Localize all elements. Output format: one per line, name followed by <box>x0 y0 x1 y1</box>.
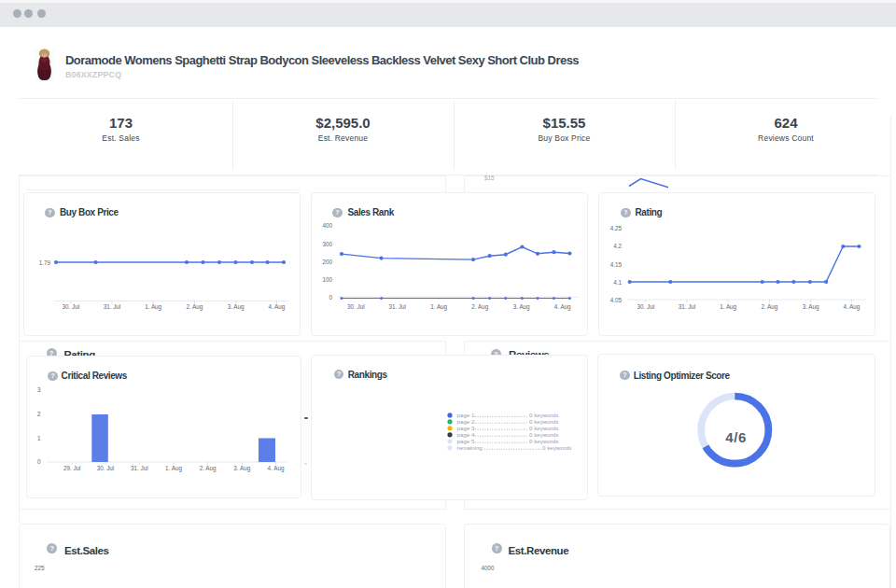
svg-text:4. Aug: 4. Aug <box>268 465 285 472</box>
svg-text:remaining: remaining <box>457 444 483 451</box>
svg-text:2. Aug: 2. Aug <box>186 303 203 311</box>
svg-text:30. Jul: 30. Jul <box>347 303 365 310</box>
svg-text:2. Aug: 2. Aug <box>471 303 488 311</box>
svg-text:3. Aug: 3. Aug <box>233 465 250 472</box>
svg-text:page 2: page 2 <box>457 418 475 425</box>
svg-text:3. Aug: 3. Aug <box>803 303 819 311</box>
svg-text:4.1: 4.1 <box>613 279 622 286</box>
svg-text:0 keywords: 0 keywords <box>529 418 558 425</box>
svg-text:1.79: 1.79 <box>39 259 51 266</box>
svg-text:29. Jul: 29. Jul <box>63 465 81 471</box>
svg-text:page 4: page 4 <box>457 431 475 438</box>
svg-text:30. Jul: 30. Jul <box>97 465 115 471</box>
svg-text:200: 200 <box>322 259 332 265</box>
svg-text:2. Aug: 2. Aug <box>200 465 217 472</box>
svg-text:100: 100 <box>322 276 332 283</box>
svg-text:0: 0 <box>37 458 41 465</box>
svg-text:300: 300 <box>322 241 332 247</box>
svg-text:0 keywords: 0 keywords <box>529 425 558 431</box>
svg-text:4/6: 4/6 <box>726 429 748 445</box>
svg-text:0 keywords: 0 keywords <box>529 431 558 438</box>
svg-text:31. Jul: 31. Jul <box>104 303 121 310</box>
svg-text:400: 400 <box>322 222 332 229</box>
svg-text:31. Jul: 31. Jul <box>388 303 406 310</box>
svg-text:31. Jul: 31. Jul <box>131 465 148 471</box>
svg-text:0 keywords: 0 keywords <box>542 444 571 451</box>
svg-text:30. Jul: 30. Jul <box>63 303 80 310</box>
svg-text:page 3: page 3 <box>457 425 475 431</box>
svg-text:1. Aug: 1. Aug <box>430 303 447 311</box>
svg-text:0 keywords: 0 keywords <box>529 438 558 444</box>
svg-text:2: 2 <box>37 411 41 417</box>
svg-text:1. Aug: 1. Aug <box>165 465 182 472</box>
svg-text:30. Jul: 30. Jul <box>637 303 655 310</box>
svg-text:1. Aug: 1. Aug <box>145 303 161 311</box>
svg-text:4.05: 4.05 <box>610 297 623 303</box>
svg-text:0: 0 <box>329 294 332 301</box>
svg-text:4. Aug: 4. Aug <box>554 303 571 311</box>
svg-text:1. Aug: 1. Aug <box>720 303 736 311</box>
svg-text:1: 1 <box>37 434 41 441</box>
svg-text:page 5: page 5 <box>457 438 475 444</box>
svg-text:31. Jul: 31. Jul <box>679 303 696 310</box>
svg-text:3. Aug: 3. Aug <box>513 303 530 311</box>
svg-text:4.2: 4.2 <box>613 243 622 249</box>
svg-text:3. Aug: 3. Aug <box>228 303 245 311</box>
svg-text:2. Aug: 2. Aug <box>761 303 777 311</box>
svg-text:4.15: 4.15 <box>610 261 623 268</box>
svg-text:3: 3 <box>37 386 41 393</box>
svg-text:4. Aug: 4. Aug <box>843 303 860 311</box>
svg-text:4.25: 4.25 <box>610 225 623 231</box>
svg-text:4. Aug: 4. Aug <box>268 303 285 311</box>
